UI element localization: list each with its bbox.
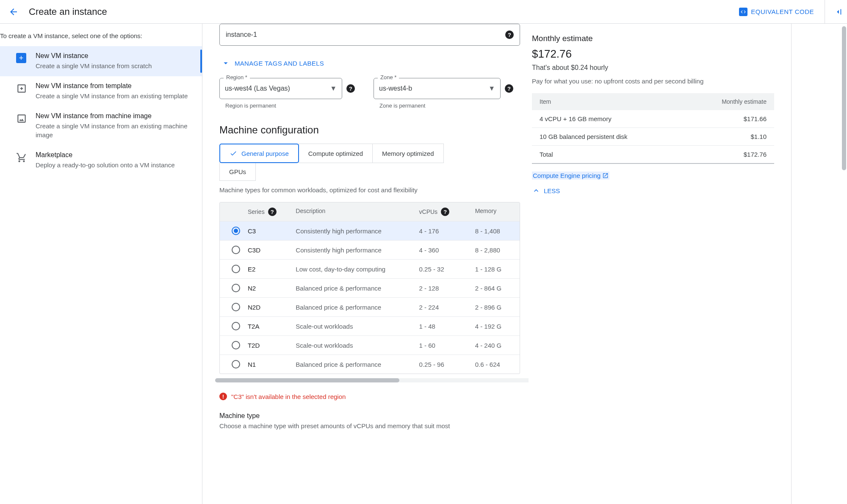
series-mem: 8 - 2,880	[472, 241, 520, 259]
region-select[interactable]: Region * us-west4 (Las Vegas) ▼	[219, 78, 342, 99]
machine-type-title: Machine type	[219, 412, 520, 420]
tab-memory-optimized[interactable]: Memory optimized	[372, 144, 444, 163]
template-icon	[16, 83, 27, 94]
col-vcpu-label: vCPUs	[419, 208, 438, 215]
tab-description: Machine types for common workloads, opti…	[219, 186, 520, 194]
estimate-note: Pay for what you use: no upfront costs a…	[532, 78, 774, 85]
estimate-row: 10 GB balanced persistent disk$1.10	[532, 128, 774, 146]
series-desc: Scale-out workloads	[292, 318, 415, 335]
help-icon[interactable]: ?	[505, 30, 514, 39]
sidebar-item-title: Marketplace	[36, 151, 194, 159]
sidebar-item-desc: Create a single VM instance from an exis…	[36, 91, 194, 100]
est-col-estimate: Monthly estimate	[685, 93, 774, 110]
radio-button[interactable]	[232, 246, 240, 254]
instance-name-field[interactable]: ?	[219, 24, 520, 46]
series-desc: Balanced price & performance	[292, 356, 415, 373]
col-desc-label: Description	[292, 202, 415, 221]
instance-name-input[interactable]	[226, 31, 505, 39]
col-series-label: Series	[248, 208, 265, 215]
estimate-table: Item Monthly estimate 4 vCPU + 16 GB mem…	[532, 93, 774, 164]
est-item: 10 GB balanced persistent disk	[532, 128, 685, 146]
zone-hint: Zone is permanent	[379, 102, 513, 109]
series-vcpu: 2 - 128	[416, 280, 472, 297]
sidebar-item-new-vm[interactable]: + New VM instance Create a single VM ins…	[0, 46, 202, 76]
tab-compute-optimized[interactable]: Compute optimized	[299, 144, 373, 163]
series-desc: Scale-out workloads	[292, 337, 415, 354]
series-vcpu: 1 - 48	[416, 318, 472, 335]
less-toggle[interactable]: LESS	[532, 186, 774, 195]
region-value: us-west4 (Las Vegas)	[225, 85, 326, 92]
dropdown-arrow-icon: ▼	[330, 85, 337, 92]
series-vcpu: 4 - 176	[416, 222, 472, 240]
main-content: ? MANAGE TAGS AND LABELS Region * us-wes…	[202, 24, 847, 504]
zone-select[interactable]: Zone * us-west4-b ▼	[374, 78, 501, 99]
sidebar-item-marketplace[interactable]: Marketplace Deploy a ready-to-go solutio…	[0, 145, 202, 175]
est-total-label: Total	[532, 146, 685, 164]
tab-label: GPUs	[229, 168, 246, 175]
series-name: C3D	[244, 241, 292, 259]
help-icon[interactable]: ?	[346, 84, 355, 93]
tab-gpus[interactable]: GPUs	[219, 163, 256, 181]
radio-button[interactable]	[232, 284, 240, 292]
sidebar-item-machine-image[interactable]: New VM instance from machine image Creat…	[0, 106, 202, 145]
series-mem: 0.6 - 624	[472, 356, 520, 373]
tab-label: Compute optimized	[308, 150, 363, 157]
help-icon[interactable]: ?	[441, 208, 449, 216]
series-mem: 8 - 1,408	[472, 222, 520, 240]
horizontal-scrollbar[interactable]	[215, 378, 529, 382]
est-value: $171.66	[685, 110, 774, 128]
zone-label: Zone *	[378, 74, 399, 80]
region-hint: Region is permanent	[225, 102, 355, 109]
series-row[interactable]: N2DBalanced price & performance2 - 2242 …	[220, 297, 520, 316]
code-icon	[739, 8, 747, 16]
series-name: N2	[244, 280, 292, 297]
series-row[interactable]: C3Consistently high performance4 - 1768 …	[220, 221, 520, 240]
est-total-value: $172.76	[685, 146, 774, 164]
plus-box-icon: +	[16, 53, 27, 64]
dropdown-arrow-icon: ▼	[488, 85, 495, 92]
collapse-panel-icon[interactable]	[825, 0, 843, 24]
top-bar: Create an instance EQUIVALENT CODE	[0, 0, 847, 24]
help-icon[interactable]: ?	[505, 84, 513, 93]
estimate-total-row: Total$172.76	[532, 146, 774, 164]
series-vcpu: 4 - 360	[416, 241, 472, 259]
series-row[interactable]: N1Balanced price & performance0.25 - 960…	[220, 354, 520, 374]
radio-button[interactable]	[232, 322, 240, 330]
manage-tags-label: MANAGE TAGS AND LABELS	[235, 60, 324, 67]
series-name: E2	[244, 260, 292, 278]
series-mem: 2 - 896 G	[472, 299, 520, 316]
est-col-item: Item	[532, 93, 685, 110]
col-mem-label: Memory	[472, 202, 520, 221]
estimate-row: 4 vCPU + 16 GB memory$171.66	[532, 110, 774, 128]
series-vcpu: 0.25 - 96	[416, 356, 472, 373]
manage-tags-button[interactable]: MANAGE TAGS AND LABELS	[221, 58, 520, 68]
chevron-up-icon	[532, 186, 540, 195]
radio-button[interactable]	[232, 265, 240, 273]
scrollbar-thumb[interactable]	[215, 378, 399, 382]
pricing-link[interactable]: Compute Engine pricing	[532, 172, 609, 180]
equivalent-code-button[interactable]: EQUIVALENT CODE	[739, 8, 814, 16]
sidebar-item-template[interactable]: New VM instance from template Create a s…	[0, 76, 202, 106]
series-vcpu: 1 - 60	[416, 337, 472, 354]
series-row[interactable]: T2AScale-out workloads1 - 484 - 192 G	[220, 316, 520, 335]
error-icon: !	[219, 393, 227, 400]
series-row[interactable]: T2DScale-out workloads1 - 604 - 240 G	[220, 335, 520, 354]
series-row[interactable]: N2Balanced price & performance2 - 1282 -…	[220, 278, 520, 297]
help-icon[interactable]: ?	[268, 208, 277, 216]
sidebar-item-title: New VM instance	[36, 52, 194, 60]
radio-button[interactable]	[232, 303, 240, 311]
series-desc: Consistently high performance	[292, 241, 415, 259]
series-desc: Consistently high performance	[292, 222, 415, 240]
radio-button[interactable]	[232, 227, 240, 235]
machine-config-title: Machine configuration	[219, 124, 520, 136]
radio-button[interactable]	[232, 360, 240, 368]
series-vcpu: 2 - 224	[416, 299, 472, 316]
series-row[interactable]: C3DConsistently high performance4 - 3608…	[220, 240, 520, 259]
series-row[interactable]: E2Low cost, day-to-day computing0.25 - 3…	[220, 259, 520, 278]
vertical-scrollbar[interactable]	[842, 26, 846, 170]
radio-button[interactable]	[232, 341, 240, 349]
back-arrow-icon[interactable]	[8, 7, 19, 17]
marketplace-icon	[16, 152, 27, 163]
tab-general-purpose[interactable]: General purpose	[219, 144, 299, 163]
estimate-panel: Monthly estimate $172.76 That's about $0…	[529, 24, 791, 504]
